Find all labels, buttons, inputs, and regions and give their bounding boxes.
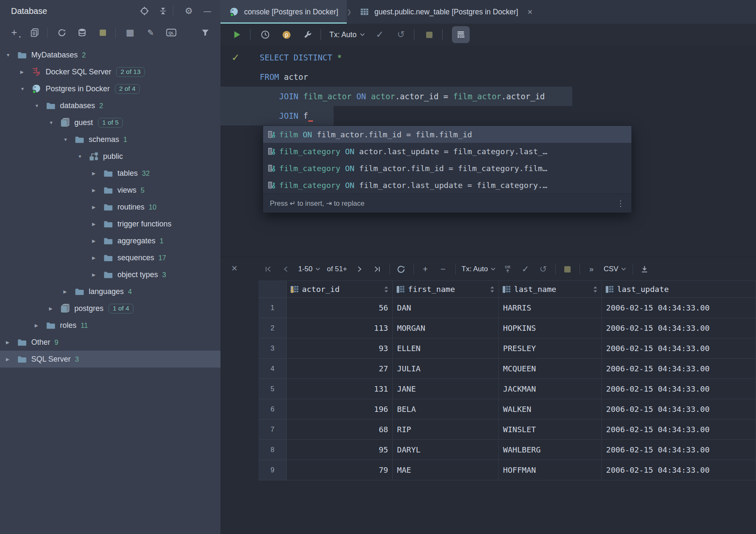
tx-mode-select[interactable]: Tx: Auto (329, 30, 365, 39)
cell-actor_id[interactable]: 95 (287, 440, 393, 460)
completion-item[interactable]: film_category ON film_actor.last_update … (263, 177, 631, 193)
grid-corner[interactable] (258, 281, 287, 298)
cell-last_name[interactable]: MCQUEEN (499, 359, 602, 379)
delete-row-button[interactable]: − (438, 263, 449, 275)
next-page-button[interactable] (354, 263, 365, 275)
tab-console[interactable]: console [Postgres in Docker] (220, 0, 347, 24)
last-page-button[interactable] (372, 263, 383, 275)
close-icon[interactable]: × (528, 7, 533, 17)
cell-last_update[interactable]: 2006-02-15 04:34:33.00 (602, 399, 756, 420)
chevron-collapsed-icon[interactable]: ▶ (92, 272, 103, 277)
cell-first_name[interactable]: DARYL (393, 440, 499, 460)
row-number[interactable]: 4 (258, 359, 287, 379)
chevron-expanded-icon[interactable]: ▼ (63, 137, 74, 142)
tree-item-views[interactable]: ▶views5 (0, 182, 220, 199)
cell-first_name[interactable]: JULIA (393, 359, 499, 379)
cell-last_update[interactable]: 2006-02-15 04:34:33.00 (602, 420, 756, 440)
tree-item-databases[interactable]: ▼databases2 (0, 97, 220, 114)
tree-item-postgres-in-docker[interactable]: ▼Postgres in Docker2 of 4 (0, 80, 220, 97)
cell-last_update[interactable]: 2006-02-15 04:34:33.00 (602, 318, 756, 338)
row-number[interactable]: 8 (258, 440, 287, 460)
cell-last_name[interactable]: PRESLEY (499, 338, 602, 359)
cell-first_name[interactable]: ELLEN (393, 338, 499, 359)
cell-first_name[interactable]: MORGAN (393, 318, 499, 338)
tree-item-mydatabases[interactable]: ▼MyDatabases2 (0, 46, 220, 63)
row-number[interactable]: 6 (258, 399, 287, 420)
in-editor-results-toggle[interactable] (452, 26, 470, 43)
chevron-collapsed-icon[interactable]: ▶ (92, 238, 103, 243)
chevron-collapsed-icon[interactable]: ▶ (35, 323, 46, 328)
add-datasource-button[interactable]: +▾ (8, 26, 20, 39)
tree-item-aggregates[interactable]: ▶aggregates1 (0, 232, 220, 249)
table-icon[interactable]: ▦ (124, 26, 136, 39)
column-header-first_name[interactable]: first_name (393, 281, 499, 298)
cell-first_name[interactable]: MAE (393, 460, 499, 480)
cell-last_update[interactable]: 2006-02-15 04:34:33.00 (602, 359, 756, 379)
chevron-collapsed-icon[interactable]: ▶ (63, 289, 74, 294)
chevron-expanded-icon[interactable]: ▼ (78, 154, 89, 159)
collapse-all-icon[interactable] (157, 6, 169, 16)
tree-item-tables[interactable]: ▶tables32 (0, 165, 220, 182)
tree-item-public[interactable]: ▼public (0, 148, 220, 165)
page-range-select[interactable]: 1-50 (298, 265, 320, 273)
column-header-last_update[interactable]: last_update (602, 281, 756, 298)
column-header-last_name[interactable]: last_name (499, 281, 602, 298)
tab-new-table[interactable]: guest.public.new_table [Postgres in Dock… (351, 0, 541, 24)
cell-last_name[interactable]: WINSLET (499, 420, 602, 440)
chevron-collapsed-icon[interactable]: ▶ (49, 306, 60, 311)
cell-last_name[interactable]: JACKMAN (499, 379, 602, 399)
chevron-expanded-icon[interactable]: ▼ (6, 52, 17, 57)
table-row[interactable]: 2113MORGANHOPKINS2006-02-15 04:34:33.00 (258, 318, 756, 338)
add-row-button[interactable]: + (420, 263, 431, 275)
row-number[interactable]: 5 (258, 379, 287, 399)
sort-icon[interactable] (489, 286, 495, 293)
cell-actor_id[interactable]: 27 (287, 359, 393, 379)
duplicate-icon[interactable] (29, 26, 41, 39)
tree-item-trigger-functions[interactable]: ▶trigger functions (0, 215, 220, 232)
chevron-expanded-icon[interactable]: ▼ (49, 120, 60, 125)
hide-panel-icon[interactable]: — (201, 7, 214, 16)
cell-last_name[interactable]: WALKEN (499, 399, 602, 420)
chevron-collapsed-icon[interactable]: ▶ (92, 221, 103, 226)
tree-item-schemas[interactable]: ▼schemas1 (0, 131, 220, 148)
sql-line[interactable]: FROM actor (260, 67, 308, 87)
first-page-button[interactable] (263, 263, 274, 275)
tree-item-sequences[interactable]: ▶sequences17 (0, 249, 220, 266)
run-button[interactable] (231, 28, 243, 41)
cell-actor_id[interactable]: 131 (287, 379, 393, 399)
tree-item-postgres[interactable]: ▶postgres1 of 4 (0, 300, 220, 317)
cell-first_name[interactable]: BELA (393, 399, 499, 420)
cell-last_name[interactable]: WAHLBERG (499, 440, 602, 460)
table-row[interactable]: 5131JANEJACKMAN2006-02-15 04:34:33.00 (258, 379, 756, 399)
cell-last_name[interactable]: HARRIS (499, 298, 602, 318)
tree-item-object-types[interactable]: ▶object types3 (0, 266, 220, 283)
cell-first_name[interactable]: JANE (393, 379, 499, 399)
cell-first_name[interactable]: RIP (393, 420, 499, 440)
row-number[interactable]: 2 (258, 318, 287, 338)
sql-line[interactable]: JOIN film_actor ON actor.actor_id = film… (260, 87, 545, 106)
chevron-collapsed-icon[interactable]: ▶ (92, 255, 103, 260)
tree-item-docker-sql-server[interactable]: ▶Docker SQL Server2 of 13 (0, 63, 220, 80)
console-icon[interactable]: QL (166, 26, 177, 39)
row-number[interactable]: 7 (258, 420, 287, 440)
history-button[interactable] (259, 28, 272, 41)
chevron-collapsed-icon[interactable]: ▶ (92, 171, 103, 176)
table-row[interactable]: 6196BELAWALKEN2006-02-15 04:34:33.00 (258, 399, 756, 420)
completion-item[interactable]: film_category ON film_actor.film_id = fi… (263, 160, 631, 177)
tree-item-other[interactable]: ▶Other9 (0, 334, 220, 351)
close-results-icon[interactable]: × (231, 262, 237, 274)
datasource-properties-icon[interactable] (77, 26, 88, 39)
cell-last_update[interactable]: 2006-02-15 04:34:33.00 (602, 379, 756, 399)
gear-icon[interactable]: ⚙ (182, 6, 195, 16)
cell-actor_id[interactable]: 68 (287, 420, 393, 440)
tx-mode-select[interactable]: Tx: Auto (462, 265, 495, 273)
column-header-actor_id[interactable]: actor_id (287, 281, 393, 298)
cell-actor_id[interactable]: 196 (287, 399, 393, 420)
cell-first_name[interactable]: DAN (393, 298, 499, 318)
table-row[interactable]: 895DARYLWAHLBERG2006-02-15 04:34:33.00 (258, 440, 756, 460)
tree-item-routines[interactable]: ▶routines10 (0, 199, 220, 215)
cell-last_update[interactable]: 2006-02-15 04:34:33.00 (602, 338, 756, 359)
wrench-icon[interactable] (301, 28, 314, 41)
cell-last_name[interactable]: HOFFMAN (499, 460, 602, 480)
table-row[interactable]: 979MAEHOFFMAN2006-02-15 04:34:33.00 (258, 460, 756, 480)
